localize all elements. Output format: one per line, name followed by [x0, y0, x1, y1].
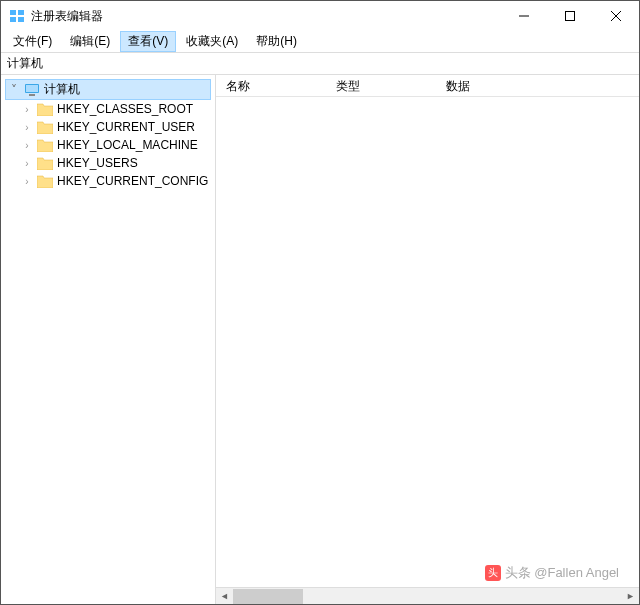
menu-file[interactable]: 文件(F): [5, 31, 60, 52]
tree-root-computer[interactable]: ˅ 计算机: [5, 79, 211, 100]
svg-rect-0: [10, 10, 16, 15]
horizontal-scrollbar[interactable]: ◄ ►: [216, 587, 639, 604]
address-bar[interactable]: 计算机: [1, 53, 639, 75]
registry-editor-window: 注册表编辑器 文件(F) 编辑(E) 查看(V) 收藏夹(A) 帮助(H) 计算…: [0, 0, 640, 605]
tree-item-label: HKEY_USERS: [57, 156, 138, 170]
tree-item-label: HKEY_CLASSES_ROOT: [57, 102, 193, 116]
menu-favorites[interactable]: 收藏夹(A): [178, 31, 246, 52]
list-pane: 名称 类型 数据 头 头条 @Fallen Angel ◄ ►: [216, 75, 639, 604]
tree-item-label: HKEY_LOCAL_MACHINE: [57, 138, 198, 152]
tree-root-label: 计算机: [44, 81, 80, 98]
tree-item-hkcc[interactable]: › HKEY_CURRENT_CONFIG: [3, 172, 213, 190]
tree-item-label: HKEY_CURRENT_USER: [57, 120, 195, 134]
tree-pane[interactable]: ˅ 计算机 › HKEY_CLASSES_ROOT › HKEY_CURRENT…: [1, 75, 216, 604]
expand-icon[interactable]: ›: [21, 140, 33, 151]
watermark-text: 头条 @Fallen Angel: [505, 564, 619, 582]
tree-item-label: HKEY_CURRENT_CONFIG: [57, 174, 208, 188]
window-title: 注册表编辑器: [31, 8, 501, 25]
folder-icon: [37, 102, 53, 116]
expand-icon[interactable]: ›: [21, 158, 33, 169]
svg-rect-9: [26, 85, 38, 92]
svg-rect-1: [18, 10, 24, 15]
menubar: 文件(F) 编辑(E) 查看(V) 收藏夹(A) 帮助(H): [1, 31, 639, 53]
maximize-button[interactable]: [547, 1, 593, 31]
address-text: 计算机: [7, 55, 43, 72]
scroll-right-icon[interactable]: ►: [622, 588, 639, 605]
svg-rect-3: [18, 17, 24, 22]
menu-edit[interactable]: 编辑(E): [62, 31, 118, 52]
list-body[interactable]: [216, 97, 639, 587]
folder-icon: [37, 156, 53, 170]
folder-icon: [37, 120, 53, 134]
expand-icon[interactable]: ›: [21, 104, 33, 115]
expand-icon[interactable]: ›: [21, 176, 33, 187]
collapse-icon[interactable]: ˅: [8, 83, 20, 97]
svg-rect-5: [566, 12, 575, 21]
content-area: ˅ 计算机 › HKEY_CLASSES_ROOT › HKEY_CURRENT…: [1, 75, 639, 604]
titlebar[interactable]: 注册表编辑器: [1, 1, 639, 31]
tree-item-hkcr[interactable]: › HKEY_CLASSES_ROOT: [3, 100, 213, 118]
scroll-left-icon[interactable]: ◄: [216, 588, 233, 605]
svg-rect-2: [10, 17, 16, 22]
expand-icon[interactable]: ›: [21, 122, 33, 133]
watermark: 头 头条 @Fallen Angel: [485, 564, 619, 582]
folder-icon: [37, 138, 53, 152]
minimize-button[interactable]: [501, 1, 547, 31]
app-icon: [9, 8, 25, 24]
folder-icon: [37, 174, 53, 188]
svg-rect-10: [29, 94, 35, 96]
tree-item-hklm[interactable]: › HKEY_LOCAL_MACHINE: [3, 136, 213, 154]
column-data[interactable]: 数据: [436, 75, 639, 96]
close-button[interactable]: [593, 1, 639, 31]
column-name[interactable]: 名称: [216, 75, 326, 96]
menu-help[interactable]: 帮助(H): [248, 31, 305, 52]
list-header: 名称 类型 数据: [216, 75, 639, 97]
window-controls: [501, 1, 639, 31]
tree-item-hkcu[interactable]: › HKEY_CURRENT_USER: [3, 118, 213, 136]
watermark-icon: 头: [485, 565, 501, 581]
tree-item-hku[interactable]: › HKEY_USERS: [3, 154, 213, 172]
computer-icon: [24, 84, 40, 96]
column-type[interactable]: 类型: [326, 75, 436, 96]
scroll-thumb[interactable]: [233, 589, 303, 604]
menu-view[interactable]: 查看(V): [120, 31, 176, 52]
